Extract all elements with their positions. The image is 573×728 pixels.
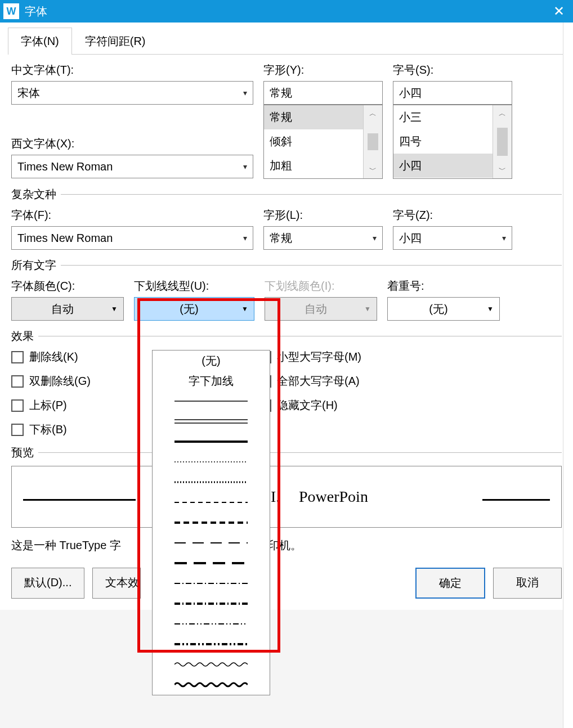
font-size-listbox[interactable]: 小三 四号 小四 ︿ ﹀ xyxy=(393,105,512,179)
underline-option-dash-long-heavy[interactable] xyxy=(153,553,270,573)
checkbox-icon xyxy=(11,399,24,412)
underline-option-wave[interactable] xyxy=(153,654,270,675)
underline-option-dot-dot-dash[interactable] xyxy=(153,614,270,634)
group-alltext-label: 所有文字 xyxy=(11,258,56,273)
complex-size-label: 字号(Z): xyxy=(393,208,512,223)
checkbox-smallcaps[interactable]: 小型大写字母(M) xyxy=(259,349,361,365)
scroll-down-icon[interactable]: ﹀ xyxy=(493,161,512,178)
list-item[interactable]: 常规 xyxy=(264,105,363,129)
caret-down-icon: ▼ xyxy=(364,305,371,313)
dialog-body: 字体(N) 字符间距(R) 中文字体(T): 宋体 ▾ 西文字体(X): Tim… xyxy=(0,23,573,610)
checkbox-allcaps[interactable]: 全部大写字母(A) xyxy=(259,374,361,389)
complex-size-value: 小四 xyxy=(399,231,422,246)
underline-option-dot-dash[interactable] xyxy=(153,573,270,594)
emphasis-value: (无) xyxy=(429,302,447,317)
chinese-font-label: 中文字体(T): xyxy=(11,62,253,78)
chevron-down-icon: ▾ xyxy=(502,233,506,242)
group-alltext: 所有文字 xyxy=(8,258,565,273)
list-item[interactable]: 四号 xyxy=(393,129,493,154)
underline-option-dot-dot-dash-heavy[interactable] xyxy=(153,634,270,654)
cancel-button[interactable]: 取消 xyxy=(493,568,562,599)
list-item[interactable]: 小四 xyxy=(393,154,493,178)
underline-style-value: (无) xyxy=(180,302,198,317)
underline-style-menu[interactable]: (无) 字下加线 xyxy=(152,350,270,695)
underline-option-single[interactable] xyxy=(153,391,270,411)
group-preview: 预览 xyxy=(8,445,565,460)
tabs: 字体(N) 字符间距(R) xyxy=(8,27,565,55)
scroll-up-icon[interactable]: ︿ xyxy=(493,105,512,122)
underline-option-dotted-heavy[interactable] xyxy=(153,472,270,492)
latin-font-select[interactable]: Times New Roman ▾ xyxy=(11,155,253,178)
underline-option-dash[interactable] xyxy=(153,492,270,513)
latin-font-label: 西文字体(X): xyxy=(11,136,253,151)
group-complex: 复杂文种 xyxy=(8,187,565,202)
complex-style-label: 字形(L): xyxy=(263,208,383,223)
group-preview-label: 预览 xyxy=(11,445,34,460)
preview-box: I. PowerPoin xyxy=(11,466,562,528)
scroll-down-icon[interactable]: ﹀ xyxy=(364,161,382,178)
scroll-thumb[interactable] xyxy=(497,128,508,156)
font-style-value: 常规 xyxy=(270,86,292,101)
font-color-value: 自动 xyxy=(51,302,74,317)
complex-style-select[interactable]: 常规 ▾ xyxy=(263,226,383,250)
underline-option-thick[interactable] xyxy=(153,432,270,452)
underline-style-dropdown[interactable]: (无) ▼ xyxy=(134,297,254,321)
font-color-label: 字体颜色(C): xyxy=(11,278,124,294)
underline-color-value: 自动 xyxy=(305,302,327,317)
checkbox-label: 上标(P) xyxy=(29,398,67,413)
checkbox-label: 小型大写字母(M) xyxy=(277,349,361,365)
tab-font[interactable]: 字体(N) xyxy=(8,28,72,55)
tab-spacing[interactable]: 字符间距(R) xyxy=(72,28,159,55)
group-effects-label: 效果 xyxy=(11,329,34,344)
list-item[interactable]: 倾斜 xyxy=(264,129,363,154)
checkbox-hidden[interactable]: 隐藏文字(H) xyxy=(259,398,361,413)
underline-option-wave-heavy[interactable] xyxy=(153,675,270,695)
chevron-down-icon: ▾ xyxy=(243,88,247,97)
app-icon: W xyxy=(3,3,19,19)
underline-option-double[interactable] xyxy=(153,411,270,432)
scroll-thumb[interactable] xyxy=(368,133,379,150)
emphasis-dropdown[interactable]: (无) ▼ xyxy=(387,297,500,321)
underline-option-dash-heavy[interactable] xyxy=(153,513,270,533)
chinese-font-value: 宋体 xyxy=(17,86,40,101)
chevron-down-icon: ▾ xyxy=(243,233,247,242)
checkbox-label: 删除线(K) xyxy=(29,349,78,365)
close-button[interactable]: ✕ xyxy=(545,0,573,23)
text-effect-button[interactable]: 文本效果 xyxy=(92,568,141,599)
scroll-up-icon[interactable]: ︿ xyxy=(364,105,382,122)
font-style-input[interactable]: 常规 xyxy=(263,81,383,105)
underline-option-dotted[interactable] xyxy=(153,452,270,472)
underline-option-none[interactable]: (无) xyxy=(153,350,270,371)
titlebar: W 字体 ✕ xyxy=(0,0,573,23)
underline-option-dot-dash-heavy[interactable] xyxy=(153,594,270,614)
list-item[interactable]: 加粗 xyxy=(264,154,363,178)
group-complex-label: 复杂文种 xyxy=(11,187,56,202)
scrollbar[interactable]: ︿ ﹀ xyxy=(363,105,382,178)
complex-size-select[interactable]: 小四 ▾ xyxy=(393,226,512,250)
window-title: 字体 xyxy=(25,4,545,19)
preview-text-left: I. xyxy=(271,488,280,506)
ok-button[interactable]: 确定 xyxy=(415,568,485,599)
caret-down-icon: ▼ xyxy=(111,305,118,313)
font-style-listbox[interactable]: 常规 倾斜 加粗 ︿ ﹀ xyxy=(263,105,383,179)
underline-style-label: 下划线线型(U): xyxy=(134,278,254,294)
checkbox-label: 隐藏文字(H) xyxy=(277,398,338,413)
chinese-font-select[interactable]: 宋体 ▾ xyxy=(11,81,253,105)
chevron-down-icon: ▾ xyxy=(243,162,247,171)
emphasis-label: 着重号: xyxy=(387,278,500,294)
font-color-dropdown[interactable]: 自动 ▼ xyxy=(11,297,124,321)
font-style-label: 字形(Y): xyxy=(263,62,383,78)
truetype-left: 这是一种 TrueType 字 xyxy=(11,539,121,551)
checkbox-icon xyxy=(11,375,24,388)
underline-option-dash-long[interactable] xyxy=(153,533,270,553)
default-button[interactable]: 默认(D)... xyxy=(11,568,84,599)
complex-font-select[interactable]: Times New Roman ▾ xyxy=(11,226,253,250)
checkbox-label: 双删除线(G) xyxy=(29,374,91,389)
underline-option-words-only[interactable]: 字下加线 xyxy=(153,371,270,391)
scrollbar[interactable]: ︿ ﹀ xyxy=(493,105,512,178)
checkbox-icon xyxy=(11,351,24,363)
list-item[interactable]: 小三 xyxy=(393,105,493,129)
complex-font-value: Times New Roman xyxy=(17,232,113,245)
font-size-input[interactable]: 小四 xyxy=(393,81,512,105)
font-size-label: 字号(S): xyxy=(393,62,512,78)
